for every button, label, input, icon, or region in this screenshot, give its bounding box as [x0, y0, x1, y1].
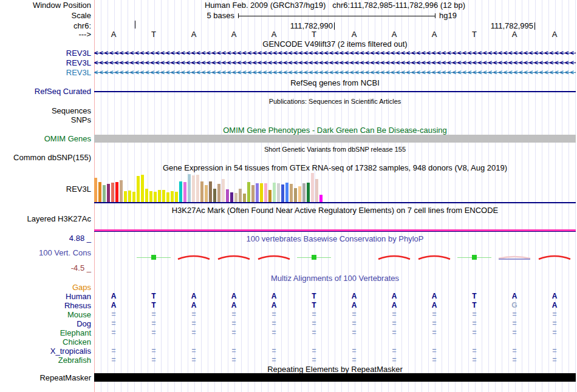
gtex-bar[interactable] — [277, 183, 280, 202]
gtex-bar[interactable] — [149, 191, 152, 202]
phylop-negative-arc[interactable] — [538, 252, 572, 260]
gtex-bar[interactable] — [260, 183, 263, 202]
multiz-species-label[interactable]: Chicken — [0, 338, 91, 346]
gtex-bar[interactable] — [302, 183, 306, 202]
gencode-gene-label[interactable]: REV3L — [0, 69, 91, 76]
phylop-pale-line[interactable] — [499, 259, 530, 260]
gtex-bar[interactable] — [294, 188, 297, 202]
gtex-bar[interactable] — [166, 192, 169, 202]
gtex-bar[interactable] — [154, 192, 157, 202]
gtex-bar[interactable] — [128, 191, 131, 202]
gencode-transcript[interactable]: <<<<<<<<<<<<<<<<<<<<<<<<<<<<<<<<<<<<<<<<… — [94, 49, 576, 57]
phylop-positive-dot[interactable] — [151, 255, 156, 260]
repeatmasker-track-title[interactable]: Repeating Elements by RepeatMasker — [94, 365, 576, 373]
sequences-label[interactable]: Sequences — [0, 107, 91, 115]
gtex-bar[interactable] — [179, 181, 182, 202]
omim-track-title[interactable]: OMIM Gene Phenotypes - Dark Green Can Be… — [94, 126, 576, 134]
gencode-transcript[interactable]: <<<<<<<<<<<<<<<<<<<<<<<<<<<<<<<<<<<<<<<<… — [94, 69, 576, 76]
refseq-gene-bar[interactable] — [94, 91, 576, 92]
gtex-bar[interactable] — [213, 189, 216, 202]
gtex-bar[interactable] — [115, 182, 118, 202]
gtex-bar[interactable] — [141, 175, 144, 202]
omim-genes-label[interactable]: OMIM Genes — [0, 135, 91, 143]
gencode-gene-label[interactable]: REV3L — [0, 59, 91, 67]
h3k27ac-baseline[interactable] — [94, 231, 576, 232]
gtex-bar[interactable] — [137, 176, 140, 202]
gtex-bar[interactable] — [94, 178, 97, 202]
multiz-species-label[interactable]: Rhesus — [0, 302, 91, 309]
gtex-bar[interactable] — [175, 192, 178, 202]
multiz-species-label[interactable]: Zebrafish — [0, 356, 91, 364]
repeatmasker-label[interactable]: RepeatMasker — [0, 374, 91, 382]
gencode-gene-label[interactable]: REV3L — [0, 49, 91, 57]
gtex-bar[interactable] — [209, 181, 212, 202]
publications-track-title[interactable]: Publications: Sequences in Scientific Ar… — [94, 98, 576, 106]
gtex-bar[interactable] — [200, 181, 203, 202]
multiz-species-label[interactable]: X_tropicalis — [0, 347, 91, 355]
gtex-bar[interactable] — [120, 180, 123, 202]
gtex-bar[interactable] — [264, 183, 267, 202]
gtex-bar[interactable] — [158, 190, 161, 202]
repeatmasker-element-bar[interactable] — [94, 373, 576, 382]
refseq-track-title[interactable]: RefSeq genes from NCBI — [94, 79, 576, 87]
gtex-bar[interactable] — [243, 194, 246, 202]
h3k27ac-track-title[interactable]: H3K27Ac Mark (Often Found Near Active Re… — [94, 206, 576, 214]
gtex-bar[interactable] — [307, 183, 310, 202]
multiz-track-title[interactable]: Multiz Alignments of 100 Vertebrates — [94, 274, 576, 282]
gtex-bar[interactable] — [98, 182, 101, 202]
phylop-negative-arc[interactable] — [417, 252, 451, 260]
gtex-bar[interactable] — [281, 184, 284, 202]
gtex-bar[interactable] — [273, 183, 276, 202]
phylop-negative-arc[interactable] — [177, 252, 211, 260]
gtex-track-title[interactable]: Gene Expression in 54 tissues from GTEx … — [94, 164, 576, 172]
gtex-bar[interactable] — [132, 192, 135, 202]
gtex-bar[interactable] — [239, 189, 242, 202]
gencode-track-title[interactable]: GENCODE V49lift37 (2 items filtered out) — [94, 40, 576, 48]
snps-label[interactable]: SNPs — [0, 116, 91, 124]
phylop-positive-dot[interactable] — [312, 255, 316, 260]
gtex-bar[interactable] — [111, 183, 114, 202]
omim-gene-bar[interactable] — [94, 135, 576, 143]
dbsnp-label[interactable]: Common dbSNP(155) — [0, 154, 91, 161]
refseq-curated-label[interactable]: RefSeq Curated — [0, 87, 91, 95]
gtex-bar[interactable] — [315, 179, 318, 202]
gtex-bar[interactable] — [290, 184, 293, 202]
gtex-bar[interactable] — [226, 189, 229, 202]
phylop-label[interactable]: 100 Vert. Cons — [0, 249, 91, 257]
gencode-transcript[interactable]: <<<<<<<<<<<<<<<<<<<<<<<<<<<<<<<<<<<<<<<<… — [94, 59, 576, 67]
gtex-bar[interactable] — [298, 186, 301, 202]
gtex-bar[interactable] — [230, 192, 233, 202]
phylop-negative-arc[interactable] — [257, 252, 291, 260]
gtex-baseline[interactable] — [94, 202, 576, 203]
gtex-bar[interactable] — [205, 185, 208, 202]
gtex-bar[interactable] — [107, 184, 110, 202]
multiz-species-label[interactable]: Gaps — [0, 283, 91, 291]
gtex-bar[interactable] — [171, 191, 174, 202]
gtex-bar[interactable] — [268, 190, 271, 202]
gtex-bar[interactable] — [251, 185, 254, 202]
gtex-bar[interactable] — [247, 182, 250, 202]
phylop-negative-arc[interactable] — [217, 252, 251, 260]
gtex-bar[interactable] — [285, 183, 288, 202]
gtex-bar[interactable] — [256, 183, 259, 202]
multiz-species-label[interactable]: Human — [0, 292, 91, 300]
gtex-bar[interactable] — [222, 179, 225, 202]
gtex-bar[interactable] — [217, 184, 220, 202]
h3k27ac-label[interactable]: Layered H3K27Ac — [0, 215, 91, 223]
phylop-track-title[interactable]: 100 vertebrates Basewise Conservation by… — [94, 235, 576, 243]
multiz-species-label[interactable]: Elephant — [0, 329, 91, 337]
gtex-bar[interactable] — [234, 193, 237, 202]
dbsnp-track-title[interactable]: Short Genetic Variants from dbSNP releas… — [94, 146, 576, 154]
gtex-bar[interactable] — [311, 173, 314, 202]
gtex-gene-label[interactable]: REV3L — [0, 185, 91, 193]
gtex-bar[interactable] — [319, 195, 323, 202]
gtex-bar[interactable] — [124, 191, 127, 202]
gtex-bar[interactable] — [188, 174, 191, 202]
multiz-species-label[interactable]: Mouse — [0, 311, 91, 319]
multiz-species-label[interactable]: Dog — [0, 320, 91, 328]
gtex-bar[interactable] — [162, 190, 165, 202]
gtex-bar[interactable] — [196, 175, 199, 202]
phylop-negative-arc[interactable] — [377, 252, 411, 260]
gtex-bar[interactable] — [192, 175, 195, 202]
gtex-bar[interactable] — [103, 185, 106, 202]
